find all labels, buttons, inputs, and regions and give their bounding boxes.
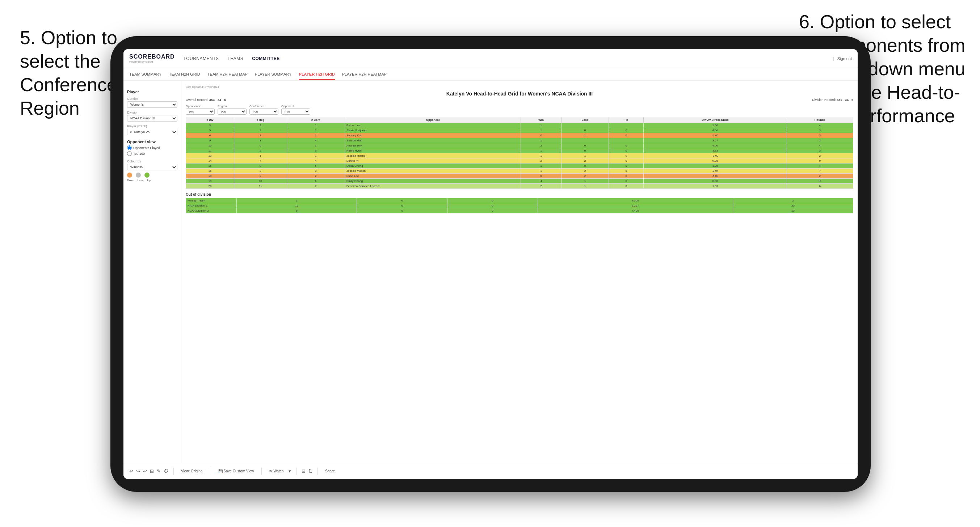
td-rounds: 4 (787, 163, 853, 168)
subnav-team-h2h-heatmap[interactable]: TEAM H2H HEATMAP (207, 69, 248, 79)
td-rounds: 7 (787, 168, 853, 174)
opponent-filter-select[interactable]: (All) (281, 108, 310, 115)
td-div: 19 (186, 179, 234, 184)
opponent-filter-group: Opponent (All) (281, 105, 310, 115)
redo-icon[interactable]: ↪ (136, 468, 140, 474)
td-div: 14 (186, 159, 234, 163)
layout-icon[interactable]: ⊟ (302, 468, 305, 474)
conference-filter-select[interactable]: (All) (250, 108, 278, 115)
td-loss: 0 (561, 143, 609, 148)
td-tie (609, 138, 644, 143)
td-div: 15 (186, 163, 234, 168)
save-custom-view-btn[interactable]: 💾 Save Custom View (216, 468, 256, 474)
td-ood-name: NCAA Division 2 (186, 208, 237, 213)
td-opponent: Federica Domecq Lacroze (345, 184, 520, 189)
td-diff: -1.00 (644, 133, 787, 138)
toolbar-sep-3 (261, 468, 262, 475)
th-reg: # Reg (234, 117, 287, 123)
td-ood-diff: 7.400 (538, 208, 733, 213)
subnav-team-h2h-grid[interactable]: TEAM H2H GRID (169, 69, 200, 79)
share-btn[interactable]: Share (323, 468, 337, 474)
td-conf: 5 (287, 148, 345, 153)
td-loss: 1 (561, 184, 609, 189)
td-loss: 2 (561, 159, 609, 163)
colour-by-select[interactable]: Win/loss (127, 164, 177, 170)
table-row: 15 8 5 Stella Cheng 1 0 0 1.25 4 (186, 163, 853, 168)
td-div: 16 (186, 168, 234, 174)
td-win: 1 (521, 138, 562, 143)
nav-committee[interactable]: COMMITTEE (252, 55, 280, 63)
td-ood-tie: 0 (447, 198, 538, 203)
edit-icon[interactable]: ✎ (157, 468, 161, 474)
app-header: SCOREBOARD Powered by clippd TOURNAMENTS… (123, 49, 858, 68)
td-loss: 2 (561, 174, 609, 179)
th-win: Win (521, 117, 562, 123)
player-rank-select[interactable]: 8. Katelyn Vo (127, 129, 177, 135)
td-conf: 7 (287, 184, 345, 189)
chevron-icon[interactable]: ▾ (288, 468, 291, 474)
opponent-view-options: Opponents Played Top 100 (127, 145, 177, 156)
report-title: Katelyn Vo Head-to-Head Grid for Women's… (186, 91, 853, 97)
ood-table-row: NCAA Division 2 5 0 0 7.400 10 (186, 208, 853, 213)
td-opponent: Jessica Mason (345, 168, 520, 174)
subnav-player-h2h-heatmap[interactable]: PLAYER H2H HEATMAP (342, 69, 387, 79)
td-conf: 1 (287, 153, 345, 159)
colour-by-label: Colour by (127, 160, 177, 163)
nav-teams[interactable]: TEAMS (228, 55, 243, 63)
td-reg: 10 (234, 179, 287, 184)
td-ood-tie: 0 (447, 208, 538, 213)
data-area: Last Updated: 27/03/2024 Katelyn Vo Head… (181, 81, 858, 463)
td-conf: 3 (287, 143, 345, 148)
td-diff: 1.33 (644, 184, 787, 189)
arrows-icon[interactable]: ⇅ (309, 468, 312, 474)
toolbar-sep-5 (318, 468, 318, 475)
clock-icon[interactable]: ⏱ (164, 468, 168, 474)
td-ood-win: 1 (237, 198, 357, 203)
td-win: 1 (521, 123, 562, 128)
conference-filter-label: Conference (250, 105, 278, 108)
copy-icon[interactable]: ⊞ (150, 468, 154, 474)
ood-table-row: Foreign Team 1 0 0 4.500 2 (186, 198, 853, 203)
td-win: 2 (521, 143, 562, 148)
radio-top100[interactable]: Top 100 (127, 151, 177, 156)
td-diff: 1.25 (644, 163, 787, 168)
subnav-team-summary[interactable]: TEAM SUMMARY (129, 69, 162, 79)
td-win: 1 (521, 128, 562, 133)
down-circle (127, 173, 132, 178)
td-diff: 0.38 (644, 159, 787, 163)
td-win: 0 (521, 174, 562, 179)
view-original-btn[interactable]: View: Original (179, 468, 206, 474)
ood-table-row: NAIA Division 1 15 0 0 9.267 30 (186, 203, 853, 208)
td-ood-loss: 0 (357, 198, 447, 203)
undo2-icon[interactable]: ↩ (143, 468, 147, 474)
table-row: 11 2 5 Heejo Hyun 1 0 0 3.33 3 (186, 148, 853, 153)
undo-icon[interactable]: ↩ (129, 468, 133, 474)
td-rounds: 6 (787, 184, 853, 189)
td-loss: 1 (561, 153, 609, 159)
sign-out-button[interactable]: Sign out (837, 56, 852, 61)
td-opponent: Emily Chang (345, 179, 520, 184)
td-rounds: 3 (787, 148, 853, 153)
division-select[interactable]: NCAA Division III (127, 115, 177, 122)
eye-icon: 👁 (269, 469, 273, 473)
td-win: 1 (521, 148, 562, 153)
toolbar-sep-4 (296, 468, 296, 475)
table-row: 16 3 3 Jessica Mason 1 2 0 -0.94 7 (186, 168, 853, 174)
opponents-filter-select[interactable]: (All) (186, 108, 215, 115)
td-tie: 0 (609, 133, 644, 138)
td-opponent: Sharon Mun (345, 138, 520, 143)
th-rounds: Rounds (787, 117, 853, 123)
td-reg: 2 (234, 128, 287, 133)
td-opponent: Alexis Sudjianto (345, 128, 520, 133)
radio-opponents-played[interactable]: Opponents Played (127, 145, 177, 150)
td-conf: 4 (287, 138, 345, 143)
td-diff: 1.50 (644, 123, 787, 128)
logo-text: SCOREBOARD (129, 54, 175, 60)
subnav-player-summary[interactable]: PLAYER SUMMARY (255, 69, 292, 79)
gender-select[interactable]: Women's (127, 101, 177, 108)
watch-btn[interactable]: 👁 Watch (267, 468, 286, 474)
region-filter-select[interactable]: (All) (218, 108, 247, 115)
nav-tournaments[interactable]: TOURNAMENTS (183, 55, 219, 63)
subnav-player-h2h-grid[interactable]: PLAYER H2H GRID (299, 69, 335, 80)
td-win: 1 (521, 168, 562, 174)
